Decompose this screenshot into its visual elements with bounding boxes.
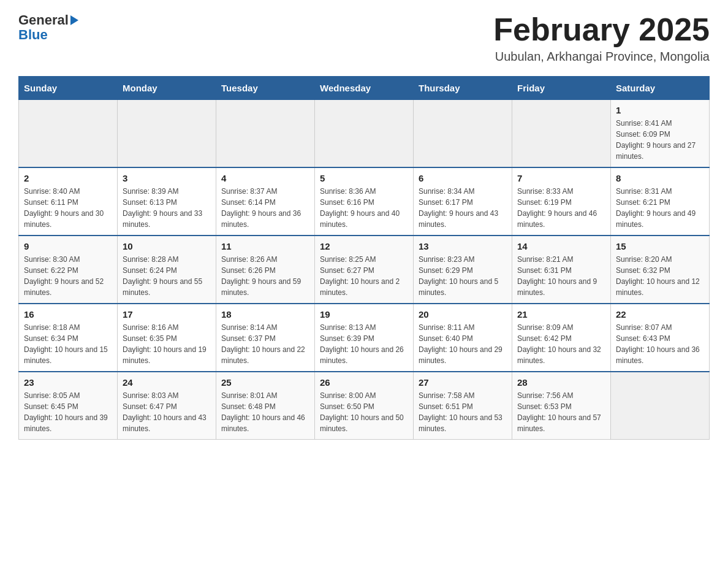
day-info: Sunrise: 8:34 AMSunset: 6:17 PMDaylight:…	[419, 186, 507, 230]
calendar-day-cell	[118, 100, 216, 168]
day-number: 19	[320, 309, 408, 320]
day-number: 5	[320, 173, 408, 183]
calendar-day-cell: 21Sunrise: 8:09 AMSunset: 6:42 PMDayligh…	[512, 304, 611, 372]
day-info: Sunrise: 8:23 AMSunset: 6:29 PMDaylight:…	[419, 254, 507, 298]
calendar-day-cell: 26Sunrise: 8:00 AMSunset: 6:50 PMDayligh…	[315, 372, 414, 440]
logo-general-text: General	[18, 12, 69, 28]
calendar-day-cell	[611, 372, 710, 440]
calendar-day-cell	[315, 100, 414, 168]
day-of-week-header: Friday	[512, 77, 611, 100]
day-info: Sunrise: 8:13 AMSunset: 6:39 PMDaylight:…	[320, 322, 408, 366]
calendar-day-cell	[414, 100, 512, 168]
calendar-day-cell: 23Sunrise: 8:05 AMSunset: 6:45 PMDayligh…	[19, 372, 118, 440]
day-number: 28	[517, 377, 605, 388]
logo: General Blue	[18, 12, 78, 43]
calendar-week-row: 16Sunrise: 8:18 AMSunset: 6:34 PMDayligh…	[19, 304, 710, 372]
day-info: Sunrise: 8:11 AMSunset: 6:40 PMDaylight:…	[419, 322, 507, 366]
calendar-day-cell: 9Sunrise: 8:30 AMSunset: 6:22 PMDaylight…	[19, 236, 118, 304]
calendar-header: SundayMondayTuesdayWednesdayThursdayFrid…	[19, 77, 710, 100]
day-number: 16	[24, 309, 112, 320]
day-number: 12	[320, 241, 408, 251]
day-number: 21	[517, 309, 605, 320]
calendar-day-cell: 4Sunrise: 8:37 AMSunset: 6:14 PMDaylight…	[216, 167, 315, 236]
day-number: 13	[419, 241, 507, 251]
day-of-week-header: Tuesday	[216, 77, 315, 100]
calendar-day-cell: 6Sunrise: 8:34 AMSunset: 6:17 PMDaylight…	[414, 167, 512, 236]
day-number: 24	[123, 377, 211, 388]
calendar-day-cell: 11Sunrise: 8:26 AMSunset: 6:26 PMDayligh…	[216, 236, 315, 304]
day-number: 20	[419, 309, 507, 320]
calendar-body: 1Sunrise: 8:41 AMSunset: 6:09 PMDaylight…	[19, 100, 710, 440]
calendar-day-cell	[216, 100, 315, 168]
day-info: Sunrise: 8:16 AMSunset: 6:35 PMDaylight:…	[123, 322, 211, 366]
calendar-day-cell: 2Sunrise: 8:40 AMSunset: 6:11 PMDaylight…	[19, 167, 118, 236]
calendar-day-cell: 24Sunrise: 8:03 AMSunset: 6:47 PMDayligh…	[118, 372, 216, 440]
logo-blue-text: Blue	[18, 27, 48, 43]
calendar-week-row: 9Sunrise: 8:30 AMSunset: 6:22 PMDaylight…	[19, 236, 710, 304]
day-info: Sunrise: 8:36 AMSunset: 6:16 PMDaylight:…	[320, 186, 408, 230]
day-of-week-header: Saturday	[611, 77, 710, 100]
calendar-day-cell: 15Sunrise: 8:20 AMSunset: 6:32 PMDayligh…	[611, 236, 710, 304]
calendar-day-cell	[19, 100, 118, 168]
page-header: General Blue February 2025 Uubulan, Arkh…	[18, 12, 710, 64]
day-info: Sunrise: 7:58 AMSunset: 6:51 PMDaylight:…	[419, 390, 507, 434]
day-info: Sunrise: 8:21 AMSunset: 6:31 PMDaylight:…	[517, 254, 605, 298]
calendar-week-row: 1Sunrise: 8:41 AMSunset: 6:09 PMDaylight…	[19, 100, 710, 168]
calendar-day-cell: 1Sunrise: 8:41 AMSunset: 6:09 PMDaylight…	[611, 100, 710, 168]
calendar-day-cell	[512, 100, 611, 168]
calendar-day-cell: 13Sunrise: 8:23 AMSunset: 6:29 PMDayligh…	[414, 236, 512, 304]
day-info: Sunrise: 8:31 AMSunset: 6:21 PMDaylight:…	[616, 186, 704, 230]
title-section: February 2025 Uubulan, Arkhangai Provinc…	[493, 12, 710, 64]
day-number: 23	[24, 377, 112, 388]
day-of-week-header: Monday	[118, 77, 216, 100]
day-number: 7	[517, 173, 605, 183]
days-of-week-row: SundayMondayTuesdayWednesdayThursdayFrid…	[19, 77, 710, 100]
day-info: Sunrise: 8:01 AMSunset: 6:48 PMDaylight:…	[221, 390, 309, 434]
day-number: 6	[419, 173, 507, 183]
day-number: 17	[123, 309, 211, 320]
calendar-week-row: 2Sunrise: 8:40 AMSunset: 6:11 PMDaylight…	[19, 167, 710, 236]
calendar-subtitle: Uubulan, Arkhangai Province, Mongolia	[493, 50, 710, 64]
calendar-day-cell: 17Sunrise: 8:16 AMSunset: 6:35 PMDayligh…	[118, 304, 216, 372]
calendar-table: SundayMondayTuesdayWednesdayThursdayFrid…	[18, 76, 710, 440]
day-info: Sunrise: 8:41 AMSunset: 6:09 PMDaylight:…	[616, 118, 704, 162]
day-of-week-header: Thursday	[414, 77, 512, 100]
day-info: Sunrise: 8:03 AMSunset: 6:47 PMDaylight:…	[123, 390, 211, 434]
day-of-week-header: Wednesday	[315, 77, 414, 100]
calendar-day-cell: 16Sunrise: 8:18 AMSunset: 6:34 PMDayligh…	[19, 304, 118, 372]
day-number: 10	[123, 241, 211, 251]
day-number: 4	[221, 173, 309, 183]
day-number: 11	[221, 241, 309, 251]
logo-arrow-icon	[70, 15, 78, 25]
day-info: Sunrise: 8:33 AMSunset: 6:19 PMDaylight:…	[517, 186, 605, 230]
day-number: 18	[221, 309, 309, 320]
calendar-day-cell: 18Sunrise: 8:14 AMSunset: 6:37 PMDayligh…	[216, 304, 315, 372]
calendar-day-cell: 28Sunrise: 7:56 AMSunset: 6:53 PMDayligh…	[512, 372, 611, 440]
calendar-day-cell: 3Sunrise: 8:39 AMSunset: 6:13 PMDaylight…	[118, 167, 216, 236]
day-info: Sunrise: 7:56 AMSunset: 6:53 PMDaylight:…	[517, 390, 605, 434]
day-info: Sunrise: 8:05 AMSunset: 6:45 PMDaylight:…	[24, 390, 112, 434]
calendar-day-cell: 8Sunrise: 8:31 AMSunset: 6:21 PMDaylight…	[611, 167, 710, 236]
day-number: 8	[616, 173, 704, 183]
calendar-day-cell: 10Sunrise: 8:28 AMSunset: 6:24 PMDayligh…	[118, 236, 216, 304]
day-number: 14	[517, 241, 605, 251]
day-of-week-header: Sunday	[19, 77, 118, 100]
day-number: 9	[24, 241, 112, 251]
day-info: Sunrise: 8:26 AMSunset: 6:26 PMDaylight:…	[221, 254, 309, 298]
day-number: 27	[419, 377, 507, 388]
day-number: 15	[616, 241, 704, 251]
calendar-week-row: 23Sunrise: 8:05 AMSunset: 6:45 PMDayligh…	[19, 372, 710, 440]
calendar-day-cell: 5Sunrise: 8:36 AMSunset: 6:16 PMDaylight…	[315, 167, 414, 236]
calendar-day-cell: 14Sunrise: 8:21 AMSunset: 6:31 PMDayligh…	[512, 236, 611, 304]
day-info: Sunrise: 8:25 AMSunset: 6:27 PMDaylight:…	[320, 254, 408, 298]
calendar-day-cell: 25Sunrise: 8:01 AMSunset: 6:48 PMDayligh…	[216, 372, 315, 440]
day-number: 1	[616, 105, 704, 115]
calendar-day-cell: 7Sunrise: 8:33 AMSunset: 6:19 PMDaylight…	[512, 167, 611, 236]
day-info: Sunrise: 8:09 AMSunset: 6:42 PMDaylight:…	[517, 322, 605, 366]
calendar-day-cell: 22Sunrise: 8:07 AMSunset: 6:43 PMDayligh…	[611, 304, 710, 372]
day-number: 22	[616, 309, 704, 320]
day-info: Sunrise: 8:00 AMSunset: 6:50 PMDaylight:…	[320, 390, 408, 434]
logo-top-row: General	[18, 12, 78, 28]
day-number: 3	[123, 173, 211, 183]
day-info: Sunrise: 8:07 AMSunset: 6:43 PMDaylight:…	[616, 322, 704, 366]
